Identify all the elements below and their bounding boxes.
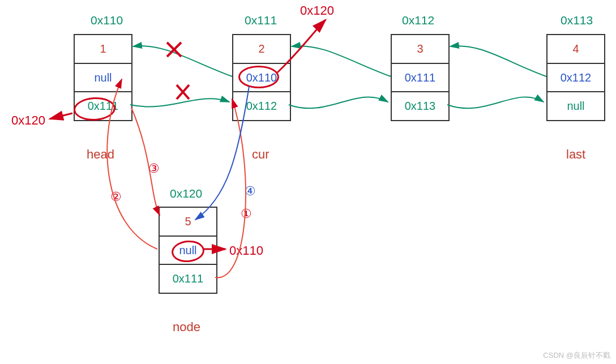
addr-cur: 0x111 — [245, 14, 277, 27]
svg-line-1 — [167, 42, 181, 57]
head-prev: null — [75, 64, 131, 93]
svg-line-3 — [177, 85, 189, 99]
step-3: ③ — [148, 161, 160, 176]
last-prev: 0x112 — [547, 64, 604, 93]
cur-val: 2 — [233, 35, 290, 64]
addr-n3: 0x112 — [402, 14, 434, 27]
watermark: CSDN @良辰针不戳 — [543, 350, 610, 361]
circle-cur-prev — [238, 66, 279, 88]
last-val: 4 — [547, 35, 604, 64]
label-head: head — [87, 147, 114, 162]
n3-next: 0x113 — [392, 92, 448, 120]
new-next: 0x111 — [160, 265, 216, 293]
addr-last: 0x113 — [561, 14, 593, 27]
label-cur: cur — [252, 147, 270, 162]
ann-head-next-new: 0x120 — [11, 113, 45, 128]
ann-cur-prev-new: 0x120 — [300, 3, 334, 18]
svg-line-2 — [177, 85, 189, 99]
label-last: last — [566, 147, 585, 162]
step-4: ④ — [245, 184, 256, 199]
step-2: ② — [110, 190, 122, 204]
last-next: null — [547, 92, 604, 120]
cur-next: 0x112 — [233, 92, 290, 120]
svg-line-0 — [167, 42, 181, 57]
addr-head: 0x110 — [91, 14, 123, 27]
n3-val: 3 — [392, 35, 448, 64]
head-val: 1 — [75, 35, 131, 64]
n3-prev: 0x111 — [392, 64, 448, 93]
addr-new: 0x120 — [170, 187, 202, 200]
node-n3: 3 0x111 0x113 — [391, 34, 450, 121]
ann-node-prev-new: 0x110 — [229, 243, 263, 258]
label-new: node — [173, 320, 200, 335]
node-last: 4 0x112 null — [546, 34, 605, 121]
new-val: 5 — [160, 208, 216, 237]
step-1: ① — [241, 207, 252, 221]
